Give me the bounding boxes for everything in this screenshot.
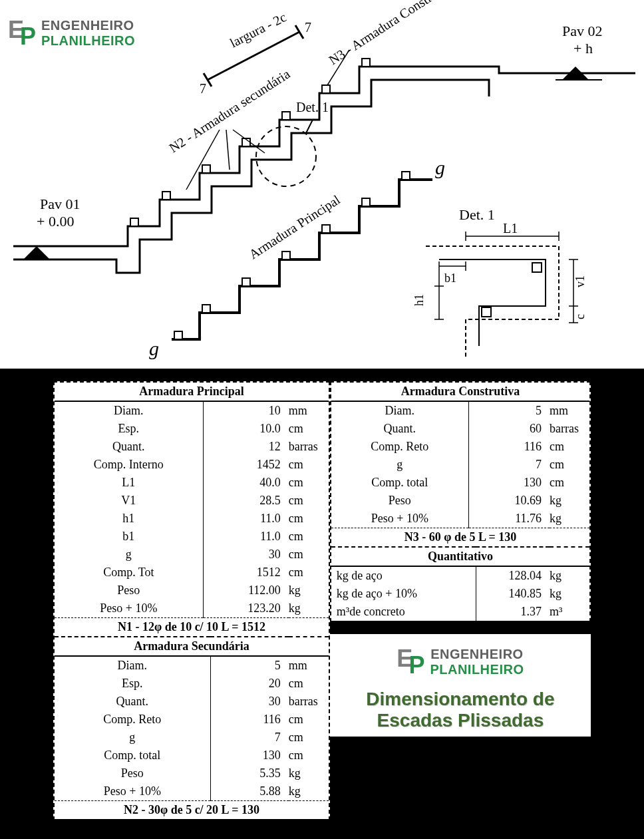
row-unit: barras xyxy=(289,438,329,456)
row-unit: cm xyxy=(289,510,329,528)
n2-label: N2 - Armadura secundária xyxy=(166,67,293,156)
b1-label: b1 xyxy=(444,271,456,285)
row-value: 10.69 xyxy=(468,492,550,510)
svg-line-35 xyxy=(226,130,230,170)
svg-rect-13 xyxy=(402,172,410,180)
diagram-svg: Pav 01 + 0.00 Pav 02 + h largura - 2c 7 … xyxy=(0,0,644,369)
row-label: Comp. Interno xyxy=(55,456,203,474)
row-unit: kg xyxy=(550,510,589,528)
pav02-label: Pav 02 xyxy=(562,23,603,39)
row-label: Peso + 10% xyxy=(55,782,210,801)
svg-rect-0 xyxy=(130,218,138,226)
svg-line-33 xyxy=(295,25,303,39)
row-unit: cm xyxy=(550,456,589,474)
seven-left: 7 xyxy=(200,81,206,96)
pav02-level: + h xyxy=(573,40,593,57)
row-value: 130 xyxy=(210,747,289,764)
table-armadura-construtiva: Armadura Construtiva Diam.5mmQuant.60bar… xyxy=(331,383,589,546)
row-unit: mm xyxy=(289,656,329,675)
row-label: Comp. total xyxy=(55,747,210,764)
svg-rect-11 xyxy=(322,225,330,233)
row-value: 1452 xyxy=(203,456,289,474)
row-value: 30 xyxy=(210,693,289,711)
row-label: Peso xyxy=(331,492,469,510)
row-unit: kg xyxy=(550,585,589,603)
row-unit: cm xyxy=(289,420,329,438)
ap-title: Armadura Principal xyxy=(55,383,329,401)
row-label: Comp. Reto xyxy=(331,438,469,456)
row-label: Quant. xyxy=(55,438,203,456)
row-value: 1512 xyxy=(203,564,289,582)
row-label: Comp. total xyxy=(331,474,469,492)
svg-rect-15 xyxy=(482,307,491,317)
row-label: Diam. xyxy=(55,656,210,675)
svg-rect-7 xyxy=(174,331,182,339)
row-value: 5.35 xyxy=(210,764,289,782)
row-unit: kg xyxy=(289,782,329,801)
as-title: Armadura Secundária xyxy=(55,637,329,656)
row-unit: kg xyxy=(550,492,589,510)
row-unit: m³ xyxy=(550,603,589,621)
row-value: 11.0 xyxy=(203,528,289,546)
row-label: Esp. xyxy=(55,675,210,693)
tables-area: Armadura Principal Diam.10mmEsp.10.0cmQu… xyxy=(0,371,644,836)
row-label: Peso + 10% xyxy=(55,599,203,618)
pav01-level: + 0.00 xyxy=(37,213,74,230)
n3-label: N3 - Armadura Construtiva xyxy=(326,0,456,67)
table-armadura-principal: Armadura Principal Diam.10mmEsp.10.0cmQu… xyxy=(55,383,329,636)
row-unit: kg xyxy=(289,582,329,599)
logo-bottom: EP ENGENHEIROPLANILHEIRO xyxy=(335,645,585,679)
row-value: 30 xyxy=(203,546,289,564)
row-unit: cm xyxy=(289,528,329,546)
row-value: 7 xyxy=(468,456,550,474)
row-value: 20 xyxy=(210,675,289,693)
largura-label: largura - 2c xyxy=(228,9,289,51)
row-label: Quant. xyxy=(331,420,469,438)
row-unit: cm xyxy=(289,492,329,510)
row-unit: mm xyxy=(550,401,589,420)
table-quantitativo: Quantitativo kg de aço128.04kgkg de aço … xyxy=(331,546,589,621)
row-label: kg de aço xyxy=(331,566,476,585)
svg-rect-12 xyxy=(362,198,370,206)
row-value: 5 xyxy=(210,656,289,675)
row-value: 112.00 xyxy=(203,582,289,599)
svg-rect-4 xyxy=(282,112,290,120)
row-value: 116 xyxy=(210,711,289,729)
row-label: Diam. xyxy=(331,401,469,420)
svg-line-36 xyxy=(233,130,265,153)
v1-label: v1 xyxy=(573,275,587,287)
row-unit: kg xyxy=(550,566,589,585)
row-unit: barras xyxy=(550,420,589,438)
row-value: 123.20 xyxy=(203,599,289,618)
footer-block: EP ENGENHEIROPLANILHEIRO Dimensionamento… xyxy=(330,634,591,737)
row-unit: cm xyxy=(289,474,329,492)
row-label: Diam. xyxy=(55,401,203,420)
row-label: Peso + 10% xyxy=(331,510,469,528)
ap-summary: N1 - 12φ de 10 c/ 10 L = 1512 xyxy=(55,618,329,637)
row-value: 40.0 xyxy=(203,474,289,492)
row-unit: cm xyxy=(550,438,589,456)
row-value: 12 xyxy=(203,438,289,456)
row-value: 5 xyxy=(468,401,550,420)
row-label: kg de aço + 10% xyxy=(331,585,476,603)
row-unit: kg xyxy=(289,764,329,782)
stair-diagram: EP ENGENHEIROPLANILHEIRO xyxy=(0,0,644,371)
row-value: 10.0 xyxy=(203,420,289,438)
svg-rect-8 xyxy=(202,305,210,313)
row-value: 10 xyxy=(203,401,289,420)
row-unit: mm xyxy=(289,401,329,420)
row-label: g xyxy=(331,456,469,474)
row-value: 11.76 xyxy=(468,510,550,528)
row-label: m³de concreto xyxy=(331,603,476,621)
row-unit: cm xyxy=(289,546,329,564)
row-value: 5.88 xyxy=(210,782,289,801)
row-label: L1 xyxy=(55,474,203,492)
left-tables: Armadura Principal Diam.10mmEsp.10.0cmQu… xyxy=(53,381,330,820)
row-label: Peso xyxy=(55,582,203,599)
row-label: b1 xyxy=(55,528,203,546)
row-value: 1.37 xyxy=(476,603,550,621)
row-unit: cm xyxy=(289,747,329,764)
row-label: Esp. xyxy=(55,420,203,438)
right-column: Armadura Construtiva Diam.5mmQuant.60bar… xyxy=(330,381,591,820)
ac-summary: N3 - 60 φ de 5 L = 130 xyxy=(331,528,589,547)
